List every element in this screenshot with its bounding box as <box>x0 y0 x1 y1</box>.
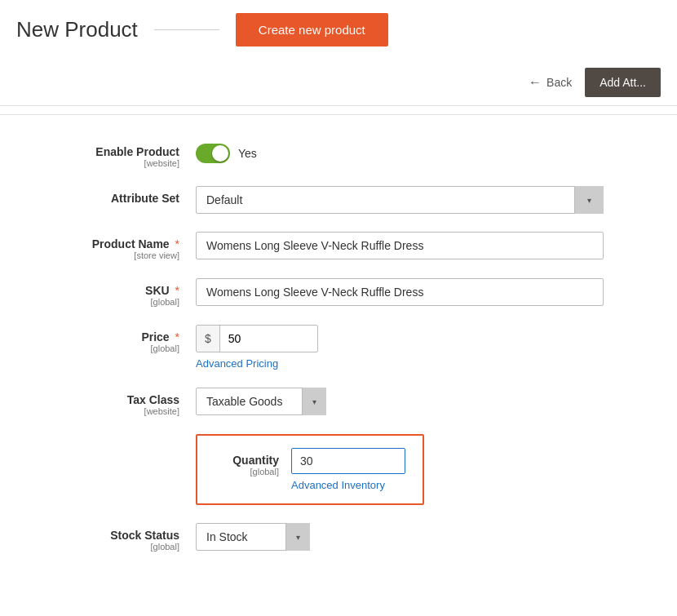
quantity-input-col: Advanced Inventory <box>291 448 410 491</box>
stock-status-control: In Stock Out of Stock ▾ <box>196 523 644 551</box>
quantity-inner: Quantity [global] Advanced Inventory <box>210 448 410 491</box>
stock-status-sublabel: [global] <box>33 542 179 552</box>
page-title: New Product <box>16 17 138 42</box>
stock-status-label: Stock Status <box>110 529 179 542</box>
price-row: Price * [global] $ Advanced Pricing <box>33 325 644 370</box>
sku-label: SKU <box>145 284 170 297</box>
toolbar: ← Back Add Att... <box>0 60 677 106</box>
quantity-sublabel: [global] <box>210 467 279 476</box>
tax-class-sublabel: [website] <box>33 406 179 416</box>
tax-class-label: Tax Class <box>127 393 179 406</box>
sku-required-star: * <box>175 284 179 297</box>
tax-class-label-col: Tax Class [website] <box>33 388 196 416</box>
tax-class-control: Taxable Goods None ▾ <box>196 388 644 415</box>
price-required-star: * <box>175 330 179 343</box>
product-name-sublabel: [store view] <box>33 250 179 260</box>
product-name-row: Product Name * [store view] <box>33 232 644 260</box>
add-attribute-button[interactable]: Add Att... <box>585 68 661 97</box>
stock-status-row: Stock Status [global] In Stock Out of St… <box>33 523 644 552</box>
header-divider-line <box>154 29 219 30</box>
product-name-label-col: Product Name * [store view] <box>33 232 196 260</box>
product-name-control <box>196 232 644 259</box>
attribute-set-row: Attribute Set Default ▾ <box>33 186 644 214</box>
sku-label-col: SKU * [global] <box>33 278 196 307</box>
stock-status-label-col: Stock Status [global] <box>33 523 196 552</box>
back-arrow-icon: ← <box>529 75 542 90</box>
enable-product-toggle[interactable] <box>196 144 230 163</box>
quantity-outer-label <box>33 434 196 440</box>
product-name-required-star: * <box>175 237 179 250</box>
tax-class-row: Tax Class [website] Taxable Goods None ▾ <box>33 388 644 416</box>
enable-product-sublabel: [website] <box>33 158 179 168</box>
enable-product-label-col: Enable Product [website] <box>33 140 196 168</box>
quantity-row: Quantity [global] Advanced Inventory <box>33 434 644 505</box>
form-divider <box>0 114 677 115</box>
attribute-set-select[interactable]: Default <box>196 186 604 214</box>
toggle-knob <box>212 145 228 162</box>
page-header: New Product Create new product <box>0 0 677 60</box>
quantity-highlighted-box: Quantity [global] Advanced Inventory <box>196 434 424 505</box>
price-input[interactable] <box>220 326 302 352</box>
sku-sublabel: [global] <box>33 297 179 307</box>
back-label: Back <box>546 76 572 89</box>
quantity-control: Quantity [global] Advanced Inventory <box>196 434 644 505</box>
tax-class-select[interactable]: Taxable Goods None <box>196 388 326 415</box>
product-form: Enable Product [website] Yes Attribute S… <box>0 131 677 586</box>
quantity-label-col: Quantity [global] <box>210 448 291 476</box>
enable-product-label: Enable Product <box>95 145 179 158</box>
price-control: $ Advanced Pricing <box>196 325 644 370</box>
create-product-button[interactable]: Create new product <box>236 13 388 47</box>
tax-class-select-wrapper: Taxable Goods None ▾ <box>196 388 326 415</box>
attribute-set-label-col: Attribute Set <box>33 186 196 205</box>
product-name-label: Product Name <box>92 237 170 250</box>
sku-control <box>196 278 644 306</box>
attribute-set-control: Default ▾ <box>196 186 644 214</box>
price-label: Price <box>141 330 169 343</box>
quantity-input[interactable] <box>291 448 405 474</box>
advanced-pricing-link[interactable]: Advanced Pricing <box>196 357 644 370</box>
enable-product-control: Yes <box>196 140 644 163</box>
price-sublabel: [global] <box>33 343 179 353</box>
stock-status-select-wrapper: In Stock Out of Stock ▾ <box>196 523 310 551</box>
product-name-input[interactable] <box>196 232 604 259</box>
price-label-col: Price * [global] <box>33 325 196 353</box>
price-input-wrapper: $ <box>196 325 318 352</box>
toggle-yes-label: Yes <box>238 147 257 160</box>
back-button[interactable]: ← Back <box>515 69 585 96</box>
sku-input[interactable] <box>196 278 604 306</box>
sku-row: SKU * [global] <box>33 278 644 307</box>
enable-product-row: Enable Product [website] Yes <box>33 140 644 168</box>
advanced-inventory-link[interactable]: Advanced Inventory <box>291 479 410 491</box>
quantity-label: Quantity <box>232 454 279 467</box>
attribute-set-label: Attribute Set <box>111 192 179 205</box>
price-currency-symbol: $ <box>197 326 220 352</box>
attribute-set-select-wrapper: Default ▾ <box>196 186 604 214</box>
stock-status-select[interactable]: In Stock Out of Stock <box>196 523 310 551</box>
